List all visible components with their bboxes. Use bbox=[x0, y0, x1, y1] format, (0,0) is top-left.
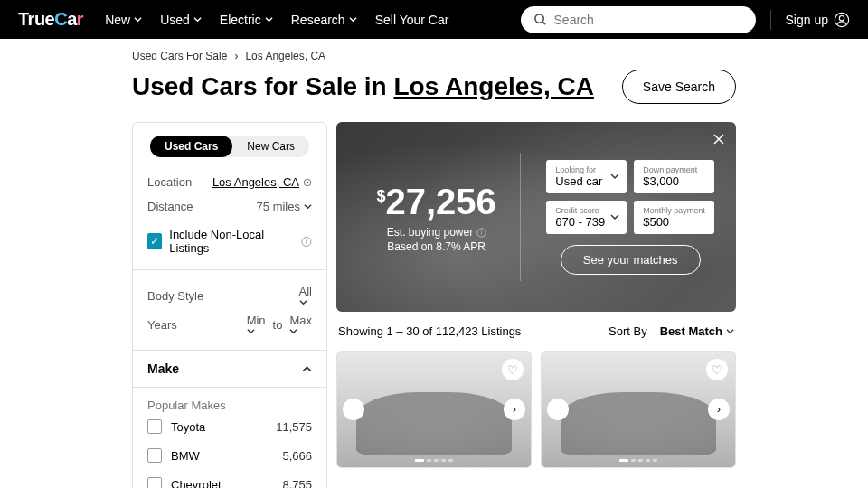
prev-image-button[interactable] bbox=[343, 399, 364, 420]
checkbox-icon bbox=[147, 477, 162, 488]
breadcrumb: Used Cars For Sale › Los Angeles, CA bbox=[132, 50, 736, 62]
search-box[interactable] bbox=[521, 6, 756, 33]
main-nav: New Used Electric Research Sell Your Car bbox=[105, 13, 448, 27]
svg-text:i: i bbox=[480, 230, 481, 236]
looking-for-select[interactable]: Looking forUsed car bbox=[546, 160, 627, 193]
save-search-button[interactable]: Save Search bbox=[622, 70, 736, 104]
svg-point-1 bbox=[835, 13, 848, 26]
close-hero-button[interactable] bbox=[712, 133, 725, 145]
favorite-button[interactable]: ♡ bbox=[706, 359, 728, 380]
sort-select[interactable]: Best Match bbox=[660, 324, 734, 338]
heart-icon: ♡ bbox=[712, 363, 722, 377]
body-style-label: Body Style bbox=[147, 289, 203, 303]
monthly-payment-input[interactable]: Monthly payment$500 bbox=[634, 201, 714, 234]
svg-point-2 bbox=[839, 15, 844, 20]
location-label: Location bbox=[147, 175, 192, 189]
chevron-down-icon bbox=[289, 327, 297, 335]
title-location[interactable]: Los Angeles, CA bbox=[393, 72, 593, 100]
nav-electric[interactable]: Electric bbox=[220, 13, 273, 27]
popular-makes-label: Popular Makes bbox=[133, 388, 326, 412]
search-icon bbox=[533, 13, 547, 26]
buying-power-hero: $27,256 Est. buying power i Based on 8.7… bbox=[336, 122, 736, 312]
page-title: Used Cars for Sale in Los Angeles, CA bbox=[132, 72, 594, 101]
nav-new[interactable]: New bbox=[105, 13, 142, 27]
year-max-select[interactable]: Max bbox=[289, 314, 312, 335]
prev-image-button[interactable] bbox=[547, 399, 569, 420]
close-icon bbox=[712, 133, 725, 145]
nav-research[interactable]: Research bbox=[291, 13, 357, 27]
make-bmw[interactable]: BMW5,666 bbox=[133, 441, 326, 470]
checkbox-icon bbox=[147, 419, 162, 434]
chevron-right-icon: › bbox=[234, 50, 238, 62]
chevron-down-icon bbox=[299, 298, 307, 306]
crumb-location[interactable]: Los Angeles, CA bbox=[245, 50, 326, 62]
est-label: Est. buying power i bbox=[358, 226, 514, 239]
user-icon bbox=[834, 12, 850, 28]
nonlocal-label: Include Non-Local Listings bbox=[169, 228, 294, 255]
signup-link[interactable]: Sign up bbox=[786, 12, 850, 28]
years-label: Years bbox=[147, 318, 177, 332]
make-toyota[interactable]: Toyota11,575 bbox=[133, 412, 326, 441]
chevron-down-icon bbox=[610, 172, 619, 181]
chevron-down-icon bbox=[304, 202, 312, 211]
filter-sidebar: Used Cars New Cars LocationLos Angeles, … bbox=[132, 122, 327, 488]
results-count: Showing 1 – 30 of 112,423 Listings bbox=[338, 324, 521, 338]
sort-label: Sort By bbox=[609, 324, 647, 338]
year-min-select[interactable]: Min bbox=[247, 314, 266, 335]
down-payment-input[interactable]: Down payment$3,000 bbox=[634, 160, 714, 193]
listing-card[interactable]: ♡ › bbox=[541, 351, 736, 468]
next-image-button[interactable]: › bbox=[504, 399, 525, 420]
tab-used[interactable]: Used Cars bbox=[150, 136, 232, 157]
location-icon bbox=[303, 178, 312, 187]
nonlocal-checkbox[interactable]: ✓ bbox=[147, 233, 162, 249]
chevron-down-icon bbox=[726, 327, 734, 335]
chevron-up-icon bbox=[302, 364, 312, 374]
divider bbox=[770, 10, 771, 30]
image-dots bbox=[619, 459, 657, 462]
svg-point-4 bbox=[307, 181, 309, 183]
logo[interactable]: TrueCar bbox=[18, 9, 83, 30]
distance-label: Distance bbox=[147, 200, 193, 213]
condition-tabs: Used Cars New Cars bbox=[150, 136, 309, 157]
make-toggle[interactable]: Make bbox=[133, 351, 326, 388]
apr-label: Based on 8.7% APR bbox=[358, 240, 514, 253]
tab-new[interactable]: New Cars bbox=[232, 136, 309, 157]
distance-select[interactable]: 75 miles bbox=[257, 200, 312, 213]
body-style-select[interactable]: All bbox=[299, 285, 312, 306]
heart-icon: ♡ bbox=[507, 363, 518, 377]
make-chevrolet[interactable]: Chevrolet8,755 bbox=[133, 470, 326, 488]
image-dots bbox=[415, 459, 453, 462]
checkbox-icon bbox=[147, 448, 162, 463]
see-matches-button[interactable]: See your matches bbox=[561, 245, 701, 275]
chevron-down-icon bbox=[610, 212, 619, 221]
nav-used[interactable]: Used bbox=[160, 13, 202, 27]
svg-text:i: i bbox=[306, 238, 307, 246]
buying-power-price: $27,256 bbox=[358, 182, 514, 222]
top-nav: TrueCar New Used Electric Research Sell … bbox=[0, 0, 868, 39]
favorite-button[interactable]: ♡ bbox=[502, 359, 524, 380]
next-image-button[interactable]: › bbox=[708, 399, 730, 420]
search-input[interactable] bbox=[554, 13, 743, 27]
location-value[interactable]: Los Angeles, CA bbox=[212, 175, 312, 189]
info-icon[interactable]: i bbox=[301, 236, 312, 248]
nav-sell[interactable]: Sell Your Car bbox=[375, 13, 449, 27]
crumb-used[interactable]: Used Cars For Sale bbox=[132, 50, 227, 62]
chevron-down-icon bbox=[247, 327, 255, 335]
listing-card[interactable]: ♡ › bbox=[336, 351, 532, 468]
svg-point-0 bbox=[534, 14, 542, 23]
credit-score-select[interactable]: Credit score670 - 739 bbox=[546, 201, 627, 234]
info-icon[interactable]: i bbox=[476, 228, 486, 238]
